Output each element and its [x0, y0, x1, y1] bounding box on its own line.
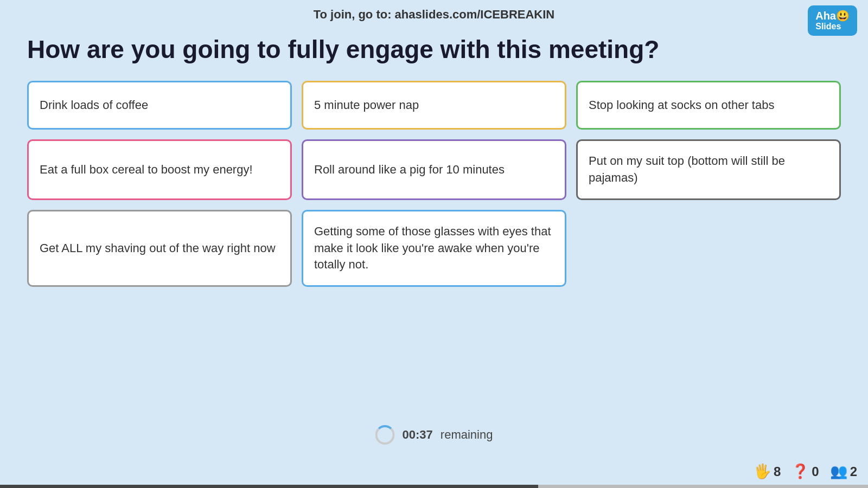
card-2: 5 minute power nap — [302, 81, 566, 130]
card-7: Get ALL my shaving out of the way right … — [27, 210, 292, 287]
questions-icon: ❓ — [792, 463, 809, 480]
card-4: Eat a full box cereal to boost my energy… — [27, 139, 292, 200]
timer-spinner-icon — [375, 425, 395, 445]
hands-icon: 🖐 — [754, 463, 771, 480]
aha-slides-logo: Aha😃Slides — [808, 5, 857, 36]
top-bar: To join, go to: ahaslides.com/ICEBREAKIN… — [0, 0, 868, 29]
card-5: Roll around like a pig for 10 minutes — [302, 139, 566, 200]
progress-fill — [0, 485, 538, 488]
card-6: Put on my suit top (bottom will still be… — [576, 139, 841, 200]
bottom-stats-bar: 🖐 8 ❓ 0 👥 2 — [754, 463, 857, 480]
timer-container: 00:37 remaining — [375, 425, 493, 445]
questions-stat: ❓ 0 — [792, 463, 819, 480]
timer-suffix: remaining — [441, 428, 493, 442]
hands-count: 8 — [774, 464, 781, 479]
card-8: Getting some of those glasses with eyes … — [302, 210, 566, 287]
hands-stat: 🖐 8 — [754, 463, 781, 480]
join-url: ahaslides.com/ICEBREAKIN — [395, 8, 555, 21]
card-3: Stop looking at socks on other tabs — [576, 81, 841, 130]
people-count: 2 — [850, 464, 857, 479]
cards-grid: Drink loads of coffee5 minute power napS… — [0, 81, 868, 287]
join-prefix: To join, go to: — [314, 8, 395, 21]
join-instruction: To join, go to: ahaslides.com/ICEBREAKIN — [314, 8, 555, 22]
people-icon: 👥 — [830, 463, 847, 480]
questions-count: 0 — [812, 464, 819, 479]
timer-value: 00:37 — [403, 428, 433, 442]
card-1: Drink loads of coffee — [27, 81, 292, 130]
people-stat: 👥 2 — [830, 463, 857, 480]
question-title: How are you going to fully engage with t… — [0, 29, 868, 81]
progress-bar — [0, 485, 868, 488]
